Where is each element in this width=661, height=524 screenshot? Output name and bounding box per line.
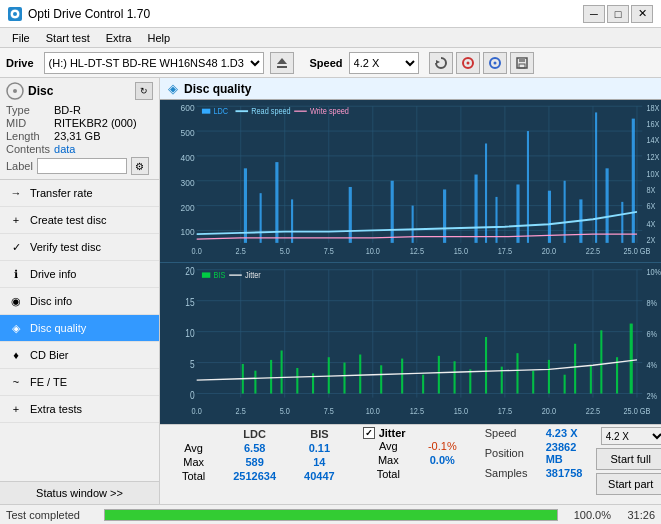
- nav-disc-info[interactable]: ◉ Disc info: [0, 288, 159, 315]
- nav-cd-bier[interactable]: ♦ CD Bier: [0, 342, 159, 369]
- col-ldc: LDC: [219, 427, 290, 441]
- svg-rect-67: [495, 197, 497, 243]
- jitter-checkbox[interactable]: ✓: [363, 427, 375, 439]
- svg-text:Jitter: Jitter: [245, 268, 261, 279]
- svg-rect-142: [590, 365, 592, 393]
- svg-text:25.0 GB: 25.0 GB: [624, 404, 651, 415]
- jitter-section: ✓ Jitter Avg -0.1% Max 0.0%: [363, 427, 471, 481]
- nav-disc-quality[interactable]: ◈ Disc quality: [0, 315, 159, 342]
- drive-info-icon: ℹ: [8, 266, 24, 282]
- svg-text:100: 100: [181, 227, 195, 238]
- nav-fe-te[interactable]: ~ FE / TE: [0, 369, 159, 396]
- svg-text:22.5: 22.5: [586, 404, 601, 415]
- nav-extra-tests-label: Extra tests: [30, 403, 82, 415]
- svg-rect-77: [202, 109, 210, 114]
- nav-transfer-rate-label: Transfer rate: [30, 187, 93, 199]
- menu-extra[interactable]: Extra: [98, 30, 140, 46]
- svg-rect-60: [291, 199, 293, 242]
- svg-text:0: 0: [190, 388, 195, 400]
- disc2-button[interactable]: [483, 52, 507, 74]
- svg-text:12.5: 12.5: [410, 404, 425, 415]
- svg-rect-141: [574, 343, 576, 393]
- svg-text:25.0 GB: 25.0 GB: [624, 246, 651, 256]
- svg-text:17.5: 17.5: [498, 404, 513, 415]
- start-part-button[interactable]: Start part: [596, 473, 661, 495]
- svg-text:12X: 12X: [646, 152, 660, 162]
- svg-text:10.0: 10.0: [366, 246, 381, 256]
- fe-te-icon: ~: [8, 374, 24, 390]
- total-label: Total: [168, 469, 219, 483]
- refresh-button[interactable]: [429, 52, 453, 74]
- jitter-stats-table: Avg -0.1% Max 0.0% Total: [363, 439, 471, 481]
- charts-area: 600 500 400 300 200 100 18X 16X 14X 12X …: [160, 100, 661, 424]
- contents-value: data: [54, 143, 153, 155]
- svg-text:10%: 10%: [646, 266, 661, 277]
- minimize-button[interactable]: ─: [583, 5, 605, 23]
- total-ldc: 2512634: [219, 469, 290, 483]
- nav-drive-info[interactable]: ℹ Drive info: [0, 261, 159, 288]
- max-bis: 14: [290, 455, 349, 469]
- drive-select[interactable]: (H:) HL-DT-ST BD-RE WH16NS48 1.D3: [44, 52, 264, 74]
- svg-text:20.0: 20.0: [542, 246, 557, 256]
- menu-help[interactable]: Help: [139, 30, 178, 46]
- disc-info-grid: Type BD-R MID RITEKBR2 (000) Length 23,3…: [6, 104, 153, 155]
- svg-rect-134: [469, 369, 471, 393]
- svg-text:4X: 4X: [646, 219, 656, 229]
- svg-text:2.5: 2.5: [236, 246, 247, 256]
- svg-rect-83: [160, 263, 661, 425]
- position-val: 23862 MB: [546, 441, 586, 465]
- svg-text:14X: 14X: [646, 136, 660, 146]
- speed-select-stat[interactable]: 4.2 X: [601, 427, 661, 445]
- svg-marker-2: [277, 58, 287, 64]
- stats-table: LDC BIS Avg 6.58 0.11 Max 589: [168, 427, 349, 483]
- jitter-max-val: 0.0%: [414, 453, 471, 467]
- total-bis: 40447: [290, 469, 349, 483]
- maximize-button[interactable]: □: [607, 5, 629, 23]
- svg-rect-57: [244, 168, 247, 243]
- svg-rect-133: [454, 361, 456, 393]
- status-window-button[interactable]: Status window >>: [0, 481, 159, 504]
- nav-transfer-rate[interactable]: → Transfer rate: [0, 180, 159, 207]
- svg-text:2.5: 2.5: [236, 404, 246, 415]
- extra-tests-icon: +: [8, 401, 24, 417]
- type-label: Type: [6, 104, 50, 116]
- disc-section: Disc ↻ Type BD-R MID RITEKBR2 (000) Leng…: [0, 78, 159, 180]
- col-empty: [168, 427, 219, 441]
- menu-file[interactable]: File: [4, 30, 38, 46]
- svg-text:16X: 16X: [646, 120, 660, 130]
- disc-quality-title-icon: ◈: [168, 81, 178, 96]
- nav-extra-tests[interactable]: + Extra tests: [0, 396, 159, 423]
- disc-icon-button[interactable]: [456, 52, 480, 74]
- title-bar-controls[interactable]: ─ □ ✕: [583, 5, 653, 23]
- svg-text:15: 15: [185, 296, 194, 308]
- max-label: Max: [168, 455, 219, 469]
- menu-start-test[interactable]: Start test: [38, 30, 98, 46]
- nav-verify-test-disc[interactable]: ✓ Verify test disc: [0, 234, 159, 261]
- jitter-total-row: Total: [363, 467, 471, 481]
- close-button[interactable]: ✕: [631, 5, 653, 23]
- title-bar-left: Opti Drive Control 1.70: [8, 7, 150, 21]
- nav-verify-test-disc-label: Verify test disc: [30, 241, 101, 253]
- label-icon-button[interactable]: ⚙: [131, 157, 149, 175]
- svg-rect-146: [202, 272, 210, 277]
- mid-label: MID: [6, 117, 50, 129]
- position-label: Position: [485, 447, 540, 459]
- progress-bar: [104, 509, 558, 521]
- disc-refresh-button[interactable]: ↻: [135, 82, 153, 100]
- jitter-check-row: ✓ Jitter: [363, 427, 471, 439]
- label-label: Label: [6, 160, 33, 172]
- nav-drive-info-label: Drive info: [30, 268, 76, 280]
- label-input[interactable]: [37, 158, 127, 174]
- verify-test-disc-icon: ✓: [8, 239, 24, 255]
- save-button[interactable]: [510, 52, 534, 74]
- start-full-button[interactable]: Start full: [596, 448, 661, 470]
- speed-select[interactable]: 4.2 X: [349, 52, 419, 74]
- svg-text:18X: 18X: [646, 104, 660, 114]
- nav-create-test-disc[interactable]: + Create test disc: [0, 207, 159, 234]
- eject-button[interactable]: [270, 52, 294, 74]
- svg-rect-10: [519, 58, 525, 62]
- svg-rect-140: [564, 374, 566, 393]
- svg-text:5.0: 5.0: [280, 404, 290, 415]
- svg-text:600: 600: [181, 103, 195, 114]
- disc-image-icon: [6, 82, 24, 100]
